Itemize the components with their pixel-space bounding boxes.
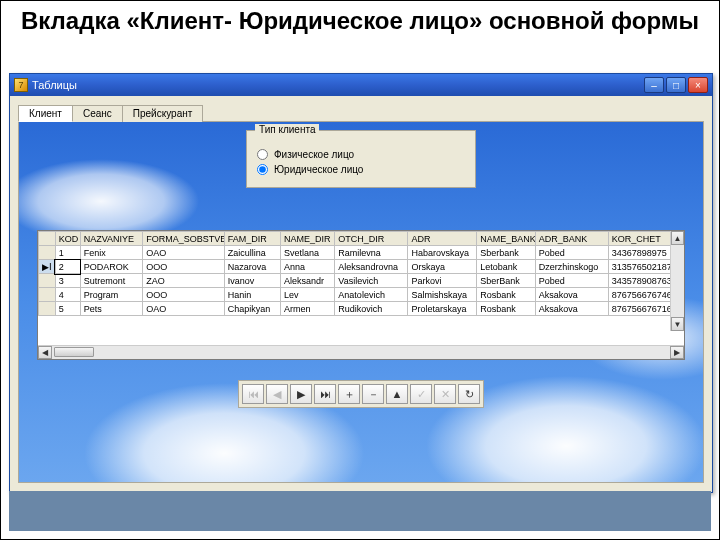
cell[interactable]: Anatolevich: [335, 288, 408, 302]
scroll-thumb[interactable]: [54, 347, 94, 357]
minimize-button[interactable]: –: [644, 77, 664, 93]
nav-last-button[interactable]: ⏭: [314, 384, 336, 404]
tab-0[interactable]: Клиент: [18, 105, 73, 122]
cell[interactable]: Sberbank: [477, 246, 535, 260]
data-grid[interactable]: KODNAZVANIYEFORMA_SOBSTVENFAM_DIRNAME_DI…: [37, 230, 685, 360]
col-header[interactable]: NAZVANIYE: [80, 232, 143, 246]
cell[interactable]: OAO: [143, 246, 224, 260]
cell[interactable]: 4: [55, 288, 80, 302]
col-header[interactable]: FORMA_SOBSTVEN: [143, 232, 224, 246]
cell[interactable]: SberBank: [477, 274, 535, 288]
col-header[interactable]: KOD: [55, 232, 80, 246]
cell[interactable]: Proletarskaya: [408, 302, 477, 316]
radio-legal[interactable]: Юридическое лицо: [257, 164, 465, 175]
nav-prior-button[interactable]: ◀: [266, 384, 288, 404]
cell[interactable]: Vasilevich: [335, 274, 408, 288]
cell[interactable]: Aksakova: [535, 288, 608, 302]
slide-title: Вкладка «Клиент- Юридическое лицо» основ…: [1, 1, 719, 38]
horizontal-scrollbar[interactable]: ◀ ▶: [38, 345, 684, 359]
radio-input[interactable]: [257, 164, 268, 175]
client-type-groupbox: Тип клиента Физическое лицоЮридическое л…: [246, 130, 476, 188]
radio-label: Физическое лицо: [274, 149, 354, 160]
cell[interactable]: 1: [55, 246, 80, 260]
db-navigator: ⏮◀▶⏭＋－▲✓✕↻: [238, 380, 484, 408]
cell[interactable]: Aleksandr: [281, 274, 335, 288]
cell[interactable]: Hanin: [224, 288, 280, 302]
nav-next-button[interactable]: ▶: [290, 384, 312, 404]
cell[interactable]: Pobed: [535, 246, 608, 260]
cell[interactable]: OAO: [143, 302, 224, 316]
vertical-scrollbar[interactable]: ▲ ▼: [670, 231, 684, 331]
close-button[interactable]: ×: [688, 77, 708, 93]
col-header[interactable]: OTCH_DIR: [335, 232, 408, 246]
radio-individual[interactable]: Физическое лицо: [257, 149, 465, 160]
cell[interactable]: Dzerzhinskogo: [535, 260, 608, 274]
cell[interactable]: Nazarova: [224, 260, 280, 274]
cell[interactable]: Armen: [281, 302, 335, 316]
nav-delete-button[interactable]: －: [362, 384, 384, 404]
cell[interactable]: Pets: [80, 302, 143, 316]
cell[interactable]: OOO: [143, 288, 224, 302]
titlebar[interactable]: 7 Таблицы – □ ×: [10, 74, 712, 96]
scroll-right-icon[interactable]: ▶: [670, 346, 684, 359]
cell[interactable]: Sutremont: [80, 274, 143, 288]
cell[interactable]: 3: [55, 274, 80, 288]
radio-input[interactable]: [257, 149, 268, 160]
cell[interactable]: Chapikyan: [224, 302, 280, 316]
col-header[interactable]: NAME_BANK: [477, 232, 535, 246]
cell[interactable]: Rosbank: [477, 302, 535, 316]
tab-strip: КлиентСеансПрейскурант: [18, 104, 712, 121]
cell[interactable]: Ramilevna: [335, 246, 408, 260]
cell[interactable]: Habarovskaya: [408, 246, 477, 260]
cell[interactable]: Letobank: [477, 260, 535, 274]
nav-post-button[interactable]: ✓: [410, 384, 432, 404]
tab-2[interactable]: Прейскурант: [122, 105, 204, 122]
cell[interactable]: Rosbank: [477, 288, 535, 302]
nav-insert-button[interactable]: ＋: [338, 384, 360, 404]
tab-1[interactable]: Сеанс: [72, 105, 123, 122]
cell[interactable]: Pobed: [535, 274, 608, 288]
table-row[interactable]: ▶Ⅰ2PODAROKOOONazarovaAnnaAleksandrovnaOr…: [39, 260, 684, 274]
cell[interactable]: Aleksandrovna: [335, 260, 408, 274]
cell[interactable]: Lev: [281, 288, 335, 302]
cell[interactable]: Salmishskaya: [408, 288, 477, 302]
window-title: Таблицы: [32, 79, 644, 91]
col-header[interactable]: ADR_BANK: [535, 232, 608, 246]
scroll-up-icon[interactable]: ▲: [671, 231, 684, 245]
cell[interactable]: Rudikovich: [335, 302, 408, 316]
nav-cancel-button[interactable]: ✕: [434, 384, 456, 404]
groupbox-legend: Тип клиента: [255, 124, 319, 135]
cell[interactable]: 2: [55, 260, 80, 274]
scroll-down-icon[interactable]: ▼: [671, 317, 684, 331]
cell[interactable]: Parkovi: [408, 274, 477, 288]
nav-refresh-button[interactable]: ↻: [458, 384, 480, 404]
cell[interactable]: 5: [55, 302, 80, 316]
radio-label: Юридическое лицо: [274, 164, 363, 175]
cell[interactable]: Svetlana: [281, 246, 335, 260]
app-window: 7 Таблицы – □ × КлиентСеансПрейскурант Т…: [9, 73, 713, 493]
col-header[interactable]: NAME_DIR: [281, 232, 335, 246]
cell[interactable]: Fenix: [80, 246, 143, 260]
cell[interactable]: Aksakova: [535, 302, 608, 316]
tab-panel-client: Тип клиента Физическое лицоЮридическое л…: [18, 121, 704, 483]
maximize-button[interactable]: □: [666, 77, 686, 93]
cell[interactable]: PODAROK: [80, 260, 143, 274]
cell[interactable]: ZAO: [143, 274, 224, 288]
cell[interactable]: OOO: [143, 260, 224, 274]
cell[interactable]: Orskaya: [408, 260, 477, 274]
table-row[interactable]: 1FenixOAOZaicullinaSvetlanaRamilevnaHaba…: [39, 246, 684, 260]
footer-accent: [9, 491, 711, 531]
col-header[interactable]: FAM_DIR: [224, 232, 280, 246]
nav-edit-button[interactable]: ▲: [386, 384, 408, 404]
cell[interactable]: Zaicullina: [224, 246, 280, 260]
scroll-left-icon[interactable]: ◀: [38, 346, 52, 359]
col-header[interactable]: ADR: [408, 232, 477, 246]
table-row[interactable]: 4ProgramOOOHaninLevAnatolevichSalmishska…: [39, 288, 684, 302]
cell[interactable]: Program: [80, 288, 143, 302]
cell[interactable]: Ivanov: [224, 274, 280, 288]
app-icon: 7: [14, 78, 28, 92]
nav-first-button[interactable]: ⏮: [242, 384, 264, 404]
cell[interactable]: Anna: [281, 260, 335, 274]
table-row[interactable]: 3SutremontZAOIvanovAleksandrVasilevichPa…: [39, 274, 684, 288]
table-row[interactable]: 5PetsOAOChapikyanArmenRudikovichProletar…: [39, 302, 684, 316]
